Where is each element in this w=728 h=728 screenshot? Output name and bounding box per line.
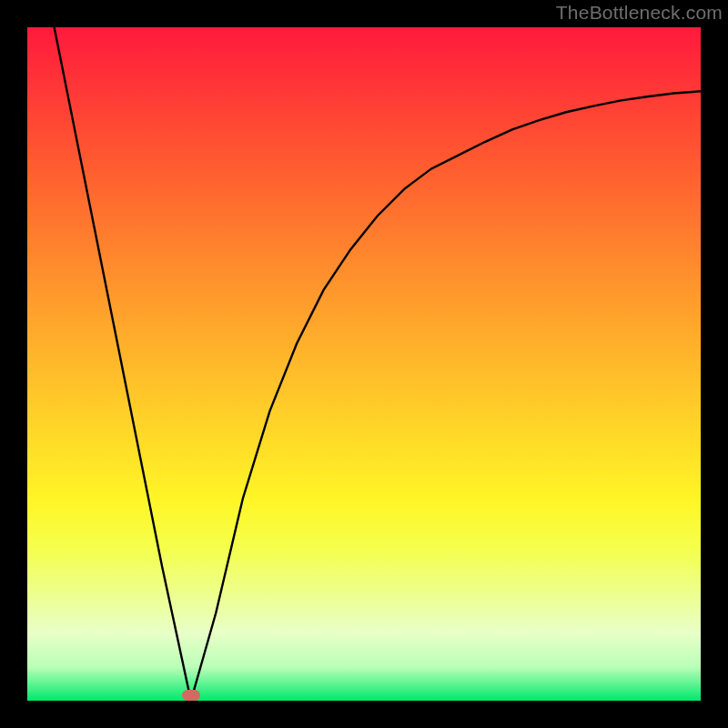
watermark-text: TheBottleneck.com xyxy=(556,2,723,24)
chart-frame: TheBottleneck.com xyxy=(0,0,728,728)
plot-area xyxy=(27,27,701,701)
minimum-marker xyxy=(182,690,200,701)
